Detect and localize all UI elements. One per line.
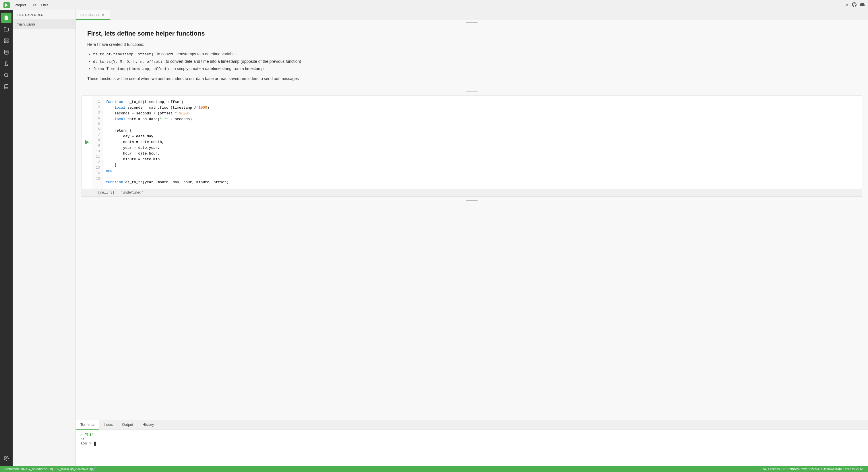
terminal-line-2: hi: [81, 437, 863, 441]
sidebar-icon-files[interactable]: [1, 12, 11, 23]
cell-divider-top: [76, 20, 868, 25]
fn-code-1: dt_to_ts(Y, M, D, h, m, offset): [93, 60, 162, 64]
divider-line-2: [466, 92, 477, 92]
play-icon: [85, 140, 89, 144]
github-icon[interactable]: [852, 2, 857, 8]
markdown-title: First, lets define some helper functions: [87, 30, 857, 37]
tab-terminal[interactable]: Terminal: [76, 420, 99, 430]
notebook-content: First, lets define some helper functions…: [76, 20, 868, 420]
fn-desc-2: : to simply create a datetime string fro…: [170, 66, 264, 71]
fn-code-0: ts_to_dt(timestamp, offset): [93, 52, 154, 57]
svg-rect-1: [4, 39, 6, 40]
terminal-line-1: > "hi": [81, 433, 863, 437]
discord-icon[interactable]: [860, 2, 865, 8]
sidebar-icon-settings[interactable]: [1, 453, 11, 463]
tab-close-button[interactable]: ✕: [101, 13, 105, 17]
file-explorer-panel: FILE EXPLORER main.luanb: [12, 10, 76, 466]
terminal-content[interactable]: > "hi" hi aos >: [76, 430, 868, 466]
markdown-intro: Here I have created 3 functions:: [87, 41, 857, 47]
line-numbers: 123456789101112131415: [92, 96, 102, 189]
titlebar-actions: ✕: [845, 2, 865, 8]
status-bar: Connected: 8iD-Gy_sKx98oth27JhjjP2V_xUSl…: [0, 466, 868, 472]
sidebar-icon-library[interactable]: [1, 81, 11, 92]
svg-line-7: [7, 76, 8, 77]
terminal-line-3: aos >: [81, 441, 863, 446]
terminal-cursor: [94, 442, 96, 446]
main-layout: FILE EXPLORER main.luanb main.luanb ✕ Fi…: [0, 10, 868, 466]
list-item-1: dt_to_ts(Y, M, D, h, m, offset) : to con…: [93, 58, 857, 65]
code-cell: 123456789101112131415 function ts_to_dt(…: [76, 96, 868, 197]
bottom-panel: Terminal Inbox Output History > "hi" hi …: [76, 420, 868, 466]
svg-rect-4: [7, 41, 8, 43]
close-window-icon[interactable]: ✕: [845, 3, 848, 7]
sidebar-icon-flask[interactable]: [1, 59, 11, 69]
code-cell-inner: 123456789101112131415 function ts_to_dt(…: [82, 96, 862, 189]
titlebar: Project File Utils ✕: [0, 0, 868, 10]
fn-code-2: formatTimestamp(timestamp, offset): [93, 67, 169, 71]
app-logo: [3, 2, 10, 8]
status-link-icon: 🔗: [93, 467, 97, 471]
list-item-2: formatTimestamp(timestamp, offset) : to …: [93, 65, 857, 72]
output-value: "undefined": [121, 191, 143, 195]
connection-status: Connected: 8iD-Gy_sKx98oth27JhjjP2V_xUSl…: [3, 467, 93, 471]
content-area: main.luanb ✕ First, lets define some hel…: [76, 10, 868, 466]
menu-utils[interactable]: Utils: [41, 3, 48, 7]
svg-point-6: [4, 73, 8, 76]
menu-project[interactable]: Project: [14, 3, 26, 7]
markdown-cell: First, lets define some helper functions…: [76, 25, 868, 89]
file-item-main-luanb[interactable]: main.luanb: [12, 20, 75, 29]
svg-point-8: [6, 458, 7, 459]
tab-bar: main.luanb ✕: [76, 10, 868, 20]
icon-sidebar: [0, 10, 12, 466]
cell-divider-middle: [76, 89, 868, 94]
code-content[interactable]: function ts_to_dt(timestamp, offset) loc…: [102, 96, 862, 189]
svg-point-5: [4, 50, 8, 52]
svg-rect-3: [4, 41, 6, 43]
menu-file[interactable]: File: [30, 3, 36, 7]
code-output: [cell 3] "undefined": [82, 189, 862, 197]
ao-process: AO Process: HZ8DzmrW6PpwnB5zFnJRAUsknUA-…: [763, 467, 865, 471]
fn-desc-1: : to convert date and time into a timest…: [164, 59, 301, 64]
tab-output[interactable]: Output: [117, 420, 138, 430]
divider-line: [466, 22, 477, 23]
file-explorer-header: FILE EXPLORER: [12, 10, 75, 20]
divider-line-3: [466, 200, 477, 201]
tab-inbox[interactable]: Inbox: [99, 420, 117, 430]
markdown-outro: These functions will be useful when we a…: [87, 75, 857, 82]
tab-main-luanb[interactable]: main.luanb ✕: [76, 10, 110, 20]
tab-history[interactable]: History: [138, 420, 158, 430]
list-item-0: ts_to_dt(timestamp, offset) : to convert…: [93, 50, 857, 58]
cell-divider-bottom: [76, 198, 868, 203]
code-lines: 123456789101112131415 function ts_to_dt(…: [92, 96, 862, 189]
svg-rect-2: [7, 39, 8, 40]
sidebar-icon-folder[interactable]: [1, 24, 11, 34]
sidebar-icon-grid[interactable]: [1, 36, 11, 46]
titlebar-menu: Project File Utils: [14, 3, 49, 7]
function-list: ts_to_dt(timestamp, offset) : to convert…: [93, 50, 857, 72]
bottom-tabs: Terminal Inbox Output History: [76, 420, 868, 430]
svg-marker-0: [5, 3, 8, 7]
tab-label: main.luanb: [81, 12, 99, 17]
cell-label: [cell 3]: [98, 191, 115, 195]
fn-desc-0: : to convert tiemstamps to a datetime va…: [155, 52, 236, 56]
sidebar-icon-search[interactable]: [1, 70, 11, 80]
sidebar-icon-database[interactable]: [1, 47, 11, 57]
run-cell-button[interactable]: [82, 96, 92, 189]
